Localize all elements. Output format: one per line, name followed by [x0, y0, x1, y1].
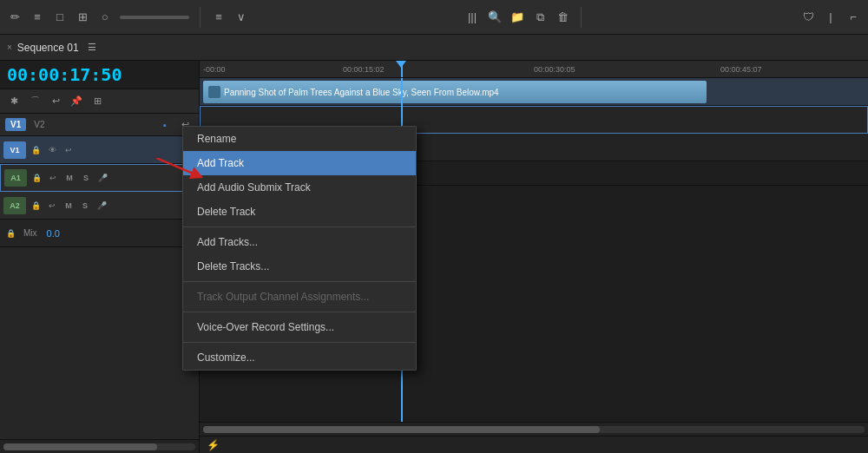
menu-item-add-submix[interactable]: Add Audio Submix Track	[183, 175, 416, 200]
marker-icon[interactable]: |	[823, 10, 838, 25]
menu-item-rename[interactable]: Rename	[183, 127, 416, 151]
left-panel: 00:00:17:50 ✱ ⌒ ↩ 📌 ⊞ V1 V2 ▪ ↩ V1 🔒 👁 ↩…	[0, 61, 200, 453]
menu-item-delete-track[interactable]: Delete Track	[183, 200, 416, 224]
v1-sync[interactable]: ↩	[62, 143, 76, 157]
mix-value: 0.0	[47, 228, 60, 239]
status-icon: ⚡	[207, 439, 220, 451]
sequence-header: × Sequence 01 ☰	[0, 35, 868, 61]
circle-icon[interactable]: ○	[97, 10, 113, 25]
timecode-display: 00:00:17:50	[0, 61, 199, 89]
a1-s[interactable]: S	[79, 171, 93, 185]
a2-label[interactable]: A2	[3, 197, 26, 214]
a2-m[interactable]: M	[62, 199, 76, 213]
left-bottom-scroll[interactable]	[0, 439, 199, 453]
right-scroll-thumb[interactable]	[203, 426, 600, 433]
a1-mic[interactable]: 🎤	[95, 171, 109, 185]
menu-item-add-track[interactable]: Add Track	[183, 151, 416, 175]
edit-icon[interactable]: ✏	[7, 10, 23, 25]
a2-lock[interactable]: 🔒	[29, 199, 43, 213]
copy-icon[interactable]: ⧉	[532, 10, 548, 25]
bars-icon[interactable]: |||	[464, 10, 480, 25]
a1-m[interactable]: M	[62, 171, 76, 185]
context-menu: Rename Add Track Add Audio Submix Track …	[182, 126, 417, 371]
pin-tool[interactable]: 📌	[68, 93, 85, 110]
delete-icon[interactable]: 🗑	[555, 10, 570, 25]
a2-mic[interactable]: 🎤	[95, 199, 108, 213]
playhead-triangle	[396, 61, 406, 68]
clip-name: Panning Shot of Palm Trees Against a Blu…	[224, 88, 499, 97]
grid-icon[interactable]: ⊞	[75, 10, 90, 25]
timeline-ruler: -00:00 00:00:15:02 00:00:30:05 00:00:45:…	[200, 61, 868, 78]
bracket-icon[interactable]: ⌐	[845, 10, 861, 25]
menu-separator-3	[183, 312, 416, 312]
slider[interactable]	[120, 16, 189, 19]
video-clip-row: Panning Shot of Palm Trees Against a Blu…	[200, 78, 868, 106]
video-patch-icon[interactable]: ▪	[156, 116, 174, 134]
a2-sync[interactable]: ↩	[45, 199, 59, 213]
a2-s[interactable]: S	[78, 199, 92, 213]
v1-lock[interactable]: 🔒	[29, 143, 43, 157]
ruler-mark-0: -00:00	[203, 65, 226, 74]
divider2	[581, 7, 582, 28]
a1-sync[interactable]: ↩	[46, 171, 60, 185]
status-bar: ⚡	[200, 436, 868, 453]
sequence-close[interactable]: ×	[7, 43, 12, 52]
menu-item-voiceover[interactable]: Voice-Over Record Settings...	[183, 315, 416, 339]
right-scroll-track[interactable]	[203, 426, 865, 433]
menu-separator-2	[183, 281, 416, 282]
main-area: 00:00:17:50 ✱ ⌒ ↩ 📌 ⊞ V1 V2 ▪ ↩ V1 🔒 👁 ↩…	[0, 61, 868, 453]
menu-item-add-tracks[interactable]: Add Tracks...	[183, 230, 416, 254]
left-scroll-thumb[interactable]	[3, 443, 157, 450]
arrow-tool[interactable]: ↩	[47, 93, 64, 110]
video-clip[interactable]: Panning Shot of Palm Trees Against a Blu…	[203, 81, 707, 103]
ruler-mark-1: 00:00:15:02	[343, 65, 385, 74]
clip-thumbnail-icon	[208, 86, 220, 98]
link-tool[interactable]: ⊞	[89, 93, 106, 110]
top-toolbar: ✏ ≡ □ ⊞ ○ ≡ ∨ ||| 🔍 📁 ⧉ 🗑 🛡 | ⌐	[0, 0, 868, 35]
list-icon[interactable]: ≡	[30, 10, 45, 25]
sequence-menu-icon[interactable]: ☰	[84, 40, 100, 56]
v2-target-btn[interactable]: V2	[29, 118, 49, 131]
v1-label[interactable]: V1	[3, 141, 26, 159]
mix-lock[interactable]: 🔒	[3, 226, 17, 240]
a1-lock[interactable]: 🔒	[30, 171, 43, 185]
shield-icon[interactable]: 🛡	[800, 10, 816, 25]
menu-separator-1	[183, 226, 416, 227]
divider1	[200, 7, 201, 28]
audio-track-a2: A2 🔒 ↩ M S 🎤	[0, 192, 199, 220]
ruler-mark-2: 00:00:30:05	[534, 65, 575, 74]
right-bottom-scroll[interactable]	[200, 422, 868, 436]
menu-item-delete-tracks[interactable]: Delete Tracks...	[183, 254, 416, 279]
context-menu-arrow	[156, 158, 208, 187]
razor-tool[interactable]: ⌒	[26, 93, 43, 110]
menu-item-customize[interactable]: Customize...	[183, 345, 416, 370]
v1-eye[interactable]: 👁	[45, 143, 59, 157]
left-fill	[0, 247, 199, 439]
menu-icon[interactable]: ≡	[211, 10, 227, 25]
tools-row: ✱ ⌒ ↩ 📌 ⊞	[0, 89, 199, 114]
svg-line-1	[156, 158, 201, 177]
menu-item-track-output: Track Output Channel Assignments...	[183, 285, 416, 309]
search-icon[interactable]: 🔍	[487, 10, 503, 25]
v1-target-btn[interactable]: V1	[5, 118, 26, 131]
sequence-title: Sequence 01	[17, 42, 79, 54]
mix-label: Mix	[20, 228, 41, 238]
mix-track: 🔒 Mix 0.0	[0, 220, 199, 247]
menu-separator-4	[183, 342, 416, 343]
a1-label[interactable]: A1	[4, 169, 27, 187]
left-scroll-track[interactable]	[3, 443, 195, 450]
folder-icon[interactable]: 📁	[510, 10, 525, 25]
ruler-mark-3: 00:00:45:07	[720, 65, 762, 74]
chevron-icon[interactable]: ∨	[233, 10, 249, 25]
box-icon[interactable]: □	[52, 10, 68, 25]
track-selector-row: V1 V2 ▪ ↩	[0, 114, 199, 136]
magnet-tool[interactable]: ✱	[5, 93, 23, 110]
